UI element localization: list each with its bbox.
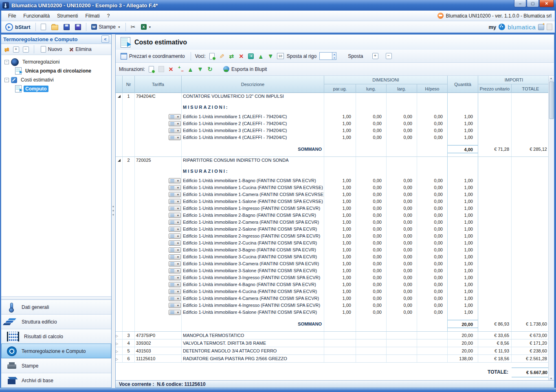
measure-dropdown[interactable]: ▼ [169,296,181,301]
menu-item-filmati[interactable]: Filmati [81,11,103,20]
measure-dropdown[interactable]: ▼ [169,282,181,287]
measure-dropdown[interactable]: ▼ [169,213,181,218]
scrollbar-thumb[interactable] [549,81,554,119]
collapse-all-rows-icon[interactable]: − [386,53,392,59]
goto-voce-button[interactable]: ➜ [248,53,255,59]
col-parug[interactable]: par.ug. [324,84,356,93]
col-hpeso[interactable]: H/peso [417,84,448,93]
edit-voce-button[interactable]: ✎ [218,53,225,59]
open-button[interactable] [50,23,60,31]
add-remove-button[interactable] [177,66,184,73]
tools-button[interactable]: ✂ [129,23,137,31]
collapsed-triangle-icon[interactable]: ▷ [116,350,118,353]
move-up-button[interactable]: ▲ [257,53,264,59]
measure-dropdown[interactable]: ▼ [169,121,181,126]
tree-node[interactable]: −Termoregolazioni [3,57,110,66]
duplicate-measure-button[interactable] [158,66,165,73]
measure-down-button[interactable]: ▼ [197,66,204,73]
measure-up-button[interactable]: ▲ [187,66,194,73]
table-row[interactable]: ▷4339302VALVOLA TERMOST. DIRITTA 3/8 RAM… [116,339,549,347]
measure-dropdown[interactable]: ▼ [169,199,181,204]
delete-voce-button[interactable]: ✕ [238,53,245,59]
menu-item-file[interactable]: File [4,11,20,20]
expand-triangle-icon[interactable] [118,159,121,162]
refresh-button[interactable]: ↻ [207,66,213,73]
report-icon[interactable] [547,24,552,30]
col-totale[interactable]: TOTALE [512,84,549,93]
measure-dropdown[interactable]: ▼ [169,192,181,197]
table-row[interactable]: ▷611125610RADIATORE GHISA PIASTRA PRG 2/… [116,355,549,363]
spinner-arrows[interactable]: ▲▼ [332,53,336,59]
sposta-button[interactable]: Sposta [348,53,363,59]
tree-node[interactable]: −Costi estimativi [3,75,110,84]
measure-dropdown[interactable]: ▼ [169,185,181,190]
sidebar-item-archivi-di-base[interactable]: Archivi di base [1,373,111,388]
measure-dropdown[interactable]: ▼ [169,247,181,253]
tree-node[interactable]: Computo [3,84,110,93]
add-voce-button[interactable] [209,53,215,59]
measure-dropdown[interactable]: ▼ [169,114,181,119]
measure-dropdown[interactable]: ▼ [169,240,181,246]
sidebar-item-stampe[interactable]: Stampe [1,358,111,373]
tree-expander-icon[interactable]: − [4,78,9,82]
close-button[interactable]: ✕ [539,0,554,7]
measure-dropdown[interactable]: ▼ [169,178,181,183]
save-button[interactable] [62,23,71,31]
collapse-panel-button[interactable]: < [101,35,109,43]
stampe-button[interactable]: W Stampe ▼ [90,23,122,31]
elimina-button[interactable]: ✕ Elimina [67,46,93,53]
measure-dropdown[interactable]: ▼ [169,303,181,308]
prezzari-button[interactable]: Prezzari e coordinamento [119,52,187,60]
measure-dropdown[interactable]: ▼ [169,275,181,280]
measure-dropdown[interactable]: ▼ [169,135,181,140]
menu-item-[interactable]: ? [103,11,114,20]
sidebar-item-risultati-di-calcolo[interactable]: Risultati di calcolo [1,329,111,344]
expand-all-icon[interactable]: + [13,46,19,53]
excel-export-button[interactable]: X ▼ [139,23,153,31]
measure-dropdown[interactable]: ▼ [169,128,181,133]
delete-measure-button[interactable]: ✕ [167,66,174,73]
measure-dropdown[interactable]: ▼ [169,268,181,273]
maximize-button[interactable]: ▢ [527,0,539,7]
collapsed-triangle-icon[interactable]: ▷ [116,357,118,361]
sync-icon[interactable]: ⇄ [4,46,9,53]
bstart-button[interactable]: ▶ bStart [4,22,32,32]
spin-up-icon[interactable]: ▲ [332,53,336,56]
menu-item-funzionalit[interactable]: Funzionalità [20,11,53,20]
expand-triangle-icon[interactable] [118,95,121,98]
spin-down-icon[interactable]: ▼ [332,56,336,60]
move-down-button[interactable]: ▼ [267,53,274,59]
swap-voce-button[interactable]: ⇄ [228,53,235,59]
sidebar-splitter[interactable] [1,296,111,300]
nuovo-button[interactable]: Nuovo [39,45,64,53]
tree-node[interactable]: Unica pompa di circolazione [3,66,110,75]
collapsed-triangle-icon[interactable]: ▷ [116,342,118,346]
measure-dropdown[interactable]: ▼ [169,220,181,225]
expand-all-rows-icon[interactable]: + [372,53,378,59]
table-row[interactable]: ▷347375IP0MANOPOLA TERMOSTATICO20,00€ 33… [116,332,549,339]
col-prezzo[interactable]: Prezzo unitario [478,84,512,93]
measure-dropdown[interactable]: ▼ [169,227,181,232]
vertical-scrollbar[interactable]: ▲ ▼ [548,76,554,381]
user-add-icon[interactable] [538,24,544,30]
measure-dropdown[interactable]: ▼ [169,206,181,211]
scroll-up-icon[interactable]: ▲ [549,76,554,81]
rigo-input[interactable] [320,53,332,59]
sidebar-item-struttura-edificio[interactable]: Struttura edificio [1,314,111,329]
collapsed-triangle-icon[interactable]: ▷ [116,334,118,338]
new-button[interactable] [39,23,48,31]
minimize-button[interactable]: – [514,0,526,7]
measure-dropdown[interactable]: ▼ [169,261,181,266]
menu-item-strumenti[interactable]: Strumenti [53,11,81,20]
col-nr[interactable]: Nr [123,76,135,93]
col-lung[interactable]: lung. [356,84,387,93]
save-all-button[interactable] [73,23,83,31]
table-row[interactable]: ▷5431503DETENTORE ANGOLO 3/4 ATTACCO FER… [116,347,549,355]
measure-dropdown[interactable]: ▼ [169,254,181,260]
vertical-splitter[interactable] [112,34,115,388]
collapse-all-icon[interactable]: − [23,46,29,53]
add-measure-button[interactable] [148,66,155,73]
sidebar-item-termoregolazione-e-computo[interactable]: Termoregolazione e Computo [1,344,111,358]
col-tariffa[interactable]: Tariffa [135,76,182,93]
measure-dropdown[interactable]: ▼ [169,233,181,239]
